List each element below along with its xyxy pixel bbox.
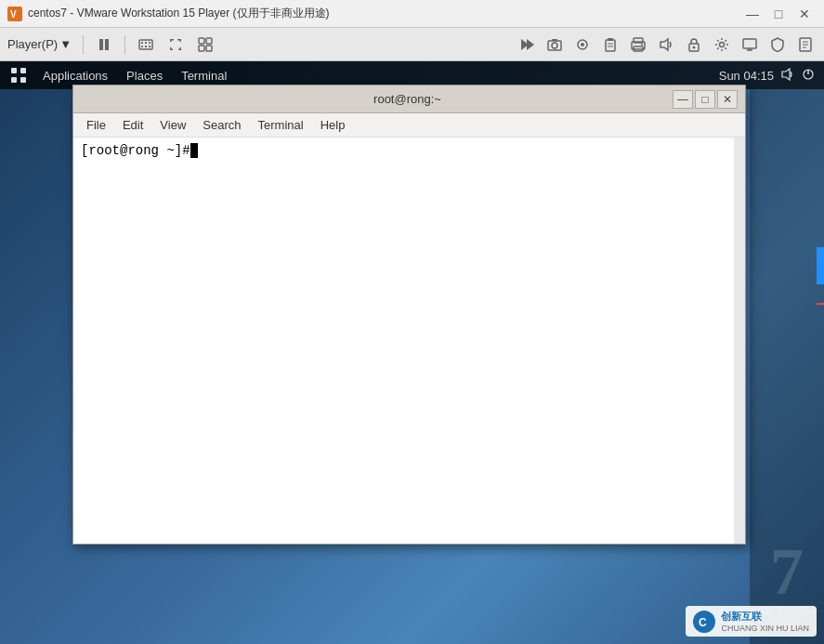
terminal-menu-view[interactable]: View — [152, 116, 193, 134]
security-icon[interactable] — [766, 33, 789, 56]
desktop-background: Applications Places Terminal Sun 04:15 — [0, 61, 824, 644]
power-icon — [802, 68, 815, 81]
toolbar-separator-2 — [124, 35, 125, 54]
send-ctrl-alt-del-button[interactable] — [133, 32, 159, 58]
svg-rect-10 — [149, 46, 150, 47]
svg-rect-22 — [606, 40, 615, 51]
minimize-button[interactable]: — — [740, 5, 765, 23]
terminal-scrollbar[interactable] — [734, 138, 745, 544]
svg-rect-23 — [608, 38, 613, 41]
unity-icon — [198, 37, 213, 52]
terminal-menu-file[interactable]: File — [79, 116, 113, 134]
preferences-icon[interactable] — [571, 33, 594, 56]
svg-rect-34 — [743, 39, 756, 48]
svg-point-32 — [693, 46, 696, 48]
svg-point-21 — [581, 43, 584, 46]
terminal-content[interactable]: [root@rong ~]# — [73, 138, 745, 544]
pause-icon — [97, 37, 111, 52]
system-clock: Sun 04:15 — [719, 69, 774, 83]
vmware-title-text: centos7 - VMware Workstation 15 Player (… — [28, 6, 740, 21]
svg-rect-43 — [11, 77, 17, 83]
vmware-toolbar: Player(P) ▼ — [0, 28, 824, 61]
terminal-minimize-button[interactable]: — — [673, 90, 693, 109]
volume-icon[interactable] — [655, 33, 677, 56]
sound-icon — [781, 68, 794, 81]
snapshot-icon[interactable] — [543, 33, 566, 56]
lock-icon[interactable] — [683, 33, 705, 56]
fullscreen-icon — [168, 37, 183, 52]
svg-marker-16 — [527, 39, 534, 50]
terminal-menu-search[interactable]: Search — [195, 116, 248, 134]
brand-subtitle: CHUANG XIN HU LIAN — [721, 624, 809, 633]
terminal-menu-terminal[interactable]: Terminal — [251, 116, 311, 134]
svg-rect-14 — [206, 46, 212, 51]
terminal-window[interactable]: root@rong:~ — □ ✕ File Edit View Search … — [72, 85, 746, 545]
vmware-titlebar: V centos7 - VMware Workstation 15 Player… — [0, 0, 824, 28]
svg-rect-4 — [139, 40, 152, 49]
svg-marker-30 — [661, 39, 668, 50]
fullscreen-button[interactable] — [163, 32, 189, 58]
svg-text:C: C — [699, 616, 707, 629]
svg-marker-45 — [782, 69, 790, 80]
terminal-prompt-text: [root@rong ~]# — [81, 143, 190, 158]
svg-rect-7 — [149, 42, 150, 44]
side-accent-blue — [817, 247, 824, 284]
vmware-window-controls: — □ ✕ — [740, 5, 817, 23]
topbar-right: Sun 04:15 — [719, 68, 815, 84]
svg-point-18 — [552, 43, 557, 48]
terminal-window-controls: — □ ✕ — [673, 90, 738, 109]
terminal-title: root@rong:~ — [142, 92, 673, 106]
centos-version-number: 7 — [770, 538, 804, 605]
settings-icon[interactable] — [711, 33, 733, 56]
maximize-button[interactable]: □ — [766, 5, 791, 23]
monitor-icon[interactable] — [739, 33, 761, 56]
svg-rect-5 — [141, 42, 143, 44]
brand-watermark: C 创新互联 CHUANG XIN HU LIAN — [686, 606, 817, 637]
terminal-close-button[interactable]: ✕ — [717, 90, 738, 109]
terminal-menu-edit[interactable]: Edit — [115, 116, 150, 134]
toolbar-right-section — [516, 33, 817, 56]
terminal-cursor — [190, 143, 198, 158]
svg-rect-19 — [552, 39, 557, 41]
svg-rect-8 — [141, 46, 143, 47]
sound-indicator[interactable] — [781, 68, 794, 84]
svg-point-29 — [641, 44, 643, 46]
brand-name: 创新互联 — [721, 610, 809, 624]
svg-rect-44 — [20, 77, 26, 83]
terminal-restore-button[interactable]: □ — [695, 90, 715, 109]
svg-rect-3 — [105, 39, 109, 50]
svg-rect-42 — [20, 68, 26, 73]
brand-logo: C — [693, 611, 715, 633]
terminal-prompt-line: [root@rong ~]# — [81, 143, 738, 158]
clipboard-icon[interactable] — [599, 33, 621, 56]
notes-icon[interactable] — [794, 33, 817, 56]
svg-rect-11 — [199, 38, 204, 44]
close-button[interactable]: ✕ — [792, 5, 817, 23]
power-indicator[interactable] — [802, 68, 815, 84]
toolbar-separator-1 — [83, 35, 84, 54]
svg-rect-2 — [99, 39, 103, 50]
svg-rect-41 — [11, 68, 17, 73]
svg-rect-13 — [199, 46, 204, 51]
keyboard-icon — [138, 37, 153, 52]
vmware-icon: V — [7, 7, 22, 21]
applications-icon — [9, 66, 28, 85]
terminal-titlebar: root@rong:~ — □ ✕ — [73, 85, 745, 113]
svg-rect-12 — [206, 38, 212, 44]
player-label: Player(P) — [7, 37, 58, 51]
guest-os-area[interactable]: Applications Places Terminal Sun 04:15 — [0, 61, 824, 644]
print-icon[interactable] — [627, 33, 649, 56]
player-menu[interactable]: Player(P) ▼ — [7, 37, 72, 51]
svg-point-33 — [720, 42, 725, 46]
svg-rect-6 — [145, 42, 147, 44]
player-arrow: ▼ — [59, 37, 72, 51]
pause-button[interactable] — [91, 32, 117, 58]
skip-forward-icon[interactable] — [516, 33, 538, 56]
terminal-menu-help[interactable]: Help — [313, 116, 353, 134]
svg-rect-9 — [145, 46, 147, 47]
centos-sidebar: 7 N T O S — [750, 89, 824, 644]
side-accent-red — [817, 303, 824, 305]
terminal-menubar: File Edit View Search Terminal Help — [73, 113, 745, 138]
svg-text:V: V — [10, 9, 17, 20]
unity-button[interactable] — [192, 32, 218, 58]
